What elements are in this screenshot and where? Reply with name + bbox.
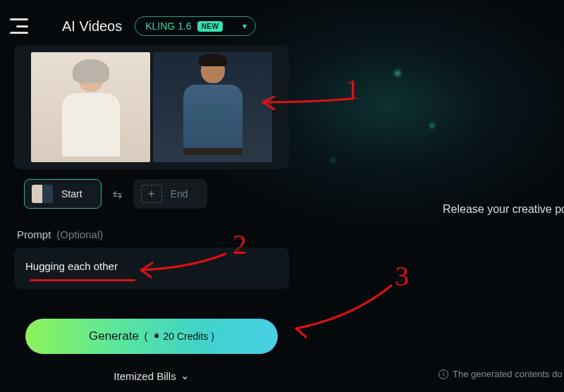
decorative-glow — [430, 123, 434, 128]
itemized-bills-label: Itemized Bills — [114, 370, 176, 382]
end-frame-button[interactable]: + End — [133, 179, 207, 209]
source-image-preview[interactable] — [14, 45, 289, 169]
annotation-number-3: 3 — [395, 260, 409, 292]
itemized-bills-toggle[interactable]: Itemized Bills ⌄ — [14, 369, 289, 382]
image-preview-person-2 — [153, 52, 272, 162]
fire-icon — [151, 331, 161, 341]
new-badge: NEW — [197, 21, 223, 32]
left-panel: Start ⇆ + End Prompt (Optional) Hugging … — [0, 39, 303, 382]
prompt-optional-label: (Optional) — [56, 228, 103, 240]
chevron-down-icon: ▾ — [243, 21, 247, 31]
info-icon: i — [439, 369, 448, 379]
generate-label: Generate — [89, 329, 139, 343]
page-title: AI Videos — [62, 18, 122, 35]
generate-button[interactable]: Generate ( 20 Credits ) — [25, 319, 278, 354]
disclaimer-footer: i The generated contents do not represen… — [439, 369, 564, 379]
start-frame-button[interactable]: Start — [24, 179, 102, 209]
prompt-header: Prompt (Optional) — [14, 228, 289, 240]
decorative-glow — [395, 71, 400, 76]
end-frame-label: End — [171, 188, 188, 200]
image-preview-person-1 — [31, 52, 150, 162]
right-tagline: Release your creative pote — [443, 203, 564, 216]
generate-cost: ( 20 Credits ) — [145, 331, 214, 342]
prompt-label: Prompt — [17, 228, 51, 240]
hamburger-menu-icon[interactable] — [10, 18, 28, 34]
app-header: AI Videos KLING 1.6 NEW ▾ — [0, 0, 564, 39]
start-frame-label: Start — [61, 188, 82, 200]
swap-frames-icon[interactable]: ⇆ — [110, 185, 125, 204]
annotation-number-1: 1 — [345, 73, 360, 105]
model-name-label: KLING 1.6 — [145, 20, 191, 32]
prompt-text: Hugging each other — [25, 260, 118, 272]
prompt-input[interactable]: Hugging each other — [14, 247, 289, 289]
chevron-down-icon: ⌄ — [180, 369, 190, 382]
start-frame-thumbnail — [32, 185, 53, 203]
plus-icon: + — [141, 185, 162, 203]
frame-selector-row: Start ⇆ + End — [14, 179, 289, 209]
decorative-glow — [331, 159, 335, 162]
model-select-dropdown[interactable]: KLING 1.6 NEW ▾ — [135, 16, 256, 36]
disclaimer-text: The generated contents do not represent … — [453, 369, 564, 379]
